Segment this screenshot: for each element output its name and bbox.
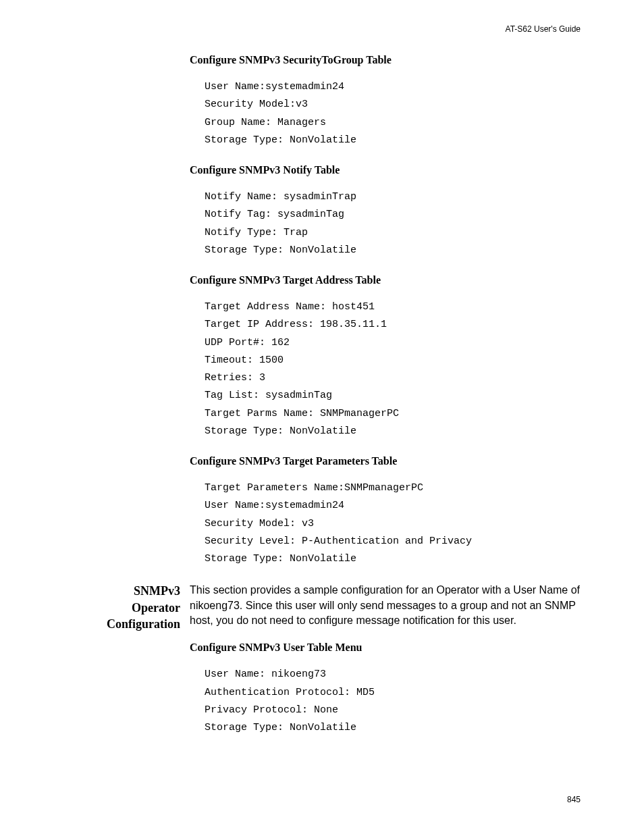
block-target-address: Target Address Name: host451 Target IP A…	[205, 298, 581, 440]
heading-target-address: Configure SNMPv3 Target Address Table	[190, 274, 581, 286]
block-notify-table: Notify Name: sysadminTrap Notify Tag: sy…	[205, 188, 581, 259]
block-security-to-group: User Name:systemadmin24 Security Model:v…	[205, 78, 581, 149]
operator-body-text: This section provides a sample configura…	[190, 583, 581, 628]
heading-notify-table: Configure SNMPv3 Notify Table	[190, 164, 581, 176]
operator-section: SNMPv3 Operator Configuration This secti…	[88, 583, 581, 628]
heading-user-table-menu: Configure SNMPv3 User Table Menu	[190, 642, 581, 654]
heading-security-to-group: Configure SNMPv3 SecurityToGroup Table	[190, 54, 581, 66]
page-header: AT-S62 User's Guide	[506, 24, 581, 34]
block-user-table-menu: User Name: nikoeng73 Authentication Prot…	[205, 666, 581, 737]
side-heading-operator: SNMPv3 Operator Configuration	[82, 583, 180, 632]
heading-target-parameters: Configure SNMPv3 Target Parameters Table	[190, 455, 581, 467]
block-target-parameters: Target Parameters Name:SNMPmanagerPC Use…	[205, 479, 581, 568]
page-number: 845	[567, 795, 581, 804]
page-content: Configure SNMPv3 SecurityToGroup Table U…	[88, 54, 581, 752]
